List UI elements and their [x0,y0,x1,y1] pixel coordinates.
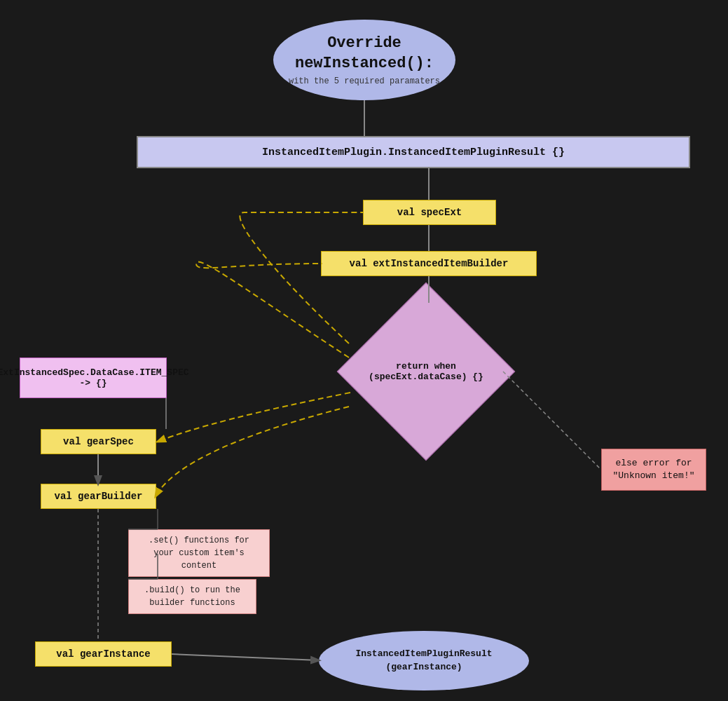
extinstanced-box: val extInstancedItemBuilder [321,251,537,276]
diagram-container: Override newInstanced(): with the 5 requ… [0,0,728,701]
specext-box: val specExt [363,200,496,225]
diamond-shape [337,283,516,461]
result-box-text: InstancedItemPlugin.InstancedItemPluginR… [262,147,565,158]
build-annotation: .build() to run the builder functions [128,579,256,614]
error-box: else error for "Unknown item!" [601,449,706,491]
top-ellipse: Override newInstanced(): with the 5 requ… [273,20,455,100]
extinstancedspec-box: ExtInstancedSpec.DataCase.ITEM_SPEC -> {… [20,358,167,398]
result-box: InstancedItemPlugin.InstancedItemPluginR… [137,136,690,168]
gearbuilder-box: val gearBuilder [41,484,156,509]
svg-line-5 [172,654,319,660]
top-ellipse-subtitle: with the 5 required paramaters [289,76,440,86]
diamond-container: return when (specExt.dataCase) {} [349,301,503,442]
gearinstance-box: val gearInstance [35,641,172,667]
gearspec-box: val gearSpec [41,429,156,454]
set-functions-annotation: .set() functions for your custom item's … [128,529,270,577]
bottom-ellipse-text: InstancedItemPluginResult(gearInstance) [355,648,492,673]
svg-line-6 [503,372,601,470]
top-ellipse-title: Override newInstanced(): [295,34,434,74]
bottom-ellipse: InstancedItemPluginResult(gearInstance) [319,631,529,690]
